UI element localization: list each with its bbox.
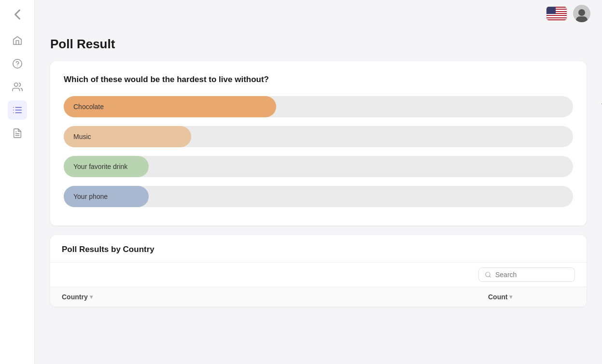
sidebar [0,0,35,364]
poll-option-2: Your favorite drink 16.67% 2 votes [64,156,573,177]
country-table-header: Poll Results by Country [50,235,587,262]
poll-bar-label-0: Chocolate [64,96,104,117]
column-country-sort-icon: ▾ [90,294,93,300]
poll-bar-container-3: Your phone 16.67% 2 votes [64,186,573,207]
content-area: Poll Result Which of these would be the … [35,27,602,364]
page-title: Poll Result [50,37,587,52]
us-flag [546,7,567,20]
svg-point-0 [13,59,21,68]
sidebar-item-list[interactable] [8,100,27,120]
header [35,0,602,27]
svg-point-2 [14,83,17,86]
column-count-sort-icon: ▾ [509,294,512,300]
search-icon [485,271,491,278]
poll-bar-container-2: Your favorite drink 16.67% 2 votes [64,156,573,177]
avatar-head [578,9,585,16]
poll-option-3: Your phone 16.67% 2 votes [64,186,573,207]
table-header-row: Country ▾ Count ▾ [50,287,587,307]
poll-card: Which of these would be the hardest to l… [50,61,587,225]
poll-bar-container-1: Music 25% 3 votes [64,126,573,147]
search-input[interactable] [495,271,569,279]
avatar-body [576,16,588,22]
poll-bar-label-2: Your favorite drink [64,156,127,177]
country-table-card: Poll Results by Country Country ▾ [50,235,587,307]
sidebar-item-users[interactable] [8,77,27,97]
country-table-toolbar [50,262,587,287]
language-flag[interactable] [546,6,567,21]
column-count-label: Count [488,293,507,301]
poll-option-1: Music 25% 3 votes [64,126,573,147]
sidebar-item-help[interactable] [8,54,27,73]
sidebar-toggle[interactable] [9,6,26,23]
sidebar-item-home[interactable] [8,31,27,50]
column-header-country[interactable]: Country ▾ [62,293,488,301]
poll-bar-label-1: Music [64,126,91,147]
poll-bar-label-3: Your phone [64,186,108,207]
column-header-count[interactable]: Count ▾ [488,293,575,301]
poll-question: Which of these would be the hardest to l… [64,75,573,84]
search-box[interactable] [478,267,575,282]
avatar-image [573,5,590,22]
poll-bar-container-0: Chocolate 41.67% 5 votes [64,96,573,117]
svg-line-12 [490,276,491,278]
column-country-label: Country [62,293,88,301]
country-table-title: Poll Results by Country [62,245,575,254]
sidebar-item-reports[interactable] [8,124,27,143]
avatar[interactable] [573,5,590,22]
poll-option-0: Chocolate 41.67% 5 votes [64,96,573,117]
main-content: Poll Result Which of these would be the … [35,0,602,364]
